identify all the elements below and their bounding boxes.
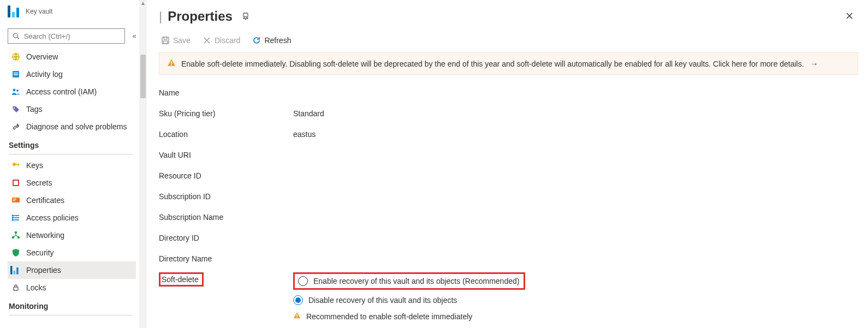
- search-input-wrapper[interactable]: [8, 28, 125, 44]
- sidebar-item-label: Tags: [26, 105, 43, 114]
- prop-label: Sku (Pricing tier): [159, 109, 293, 118]
- sidebar-item-access-policies[interactable]: Access policies: [8, 209, 136, 226]
- svg-rect-35: [171, 61, 172, 64]
- list-icon: [11, 213, 21, 223]
- scroll-thumb[interactable]: [140, 55, 146, 98]
- banner-arrow-icon: →: [811, 59, 818, 68]
- discard-icon: [203, 36, 211, 45]
- sidebar-item-label: Properties: [26, 266, 61, 275]
- sidebar-item-networking[interactable]: Networking: [8, 226, 136, 244]
- soft-delete-enable-highlight: Enable recovery of this vault and its ob…: [293, 272, 525, 290]
- collapse-sidebar-button[interactable]: «: [129, 32, 139, 40]
- sidebar-item-label: Security: [26, 248, 54, 257]
- svg-rect-11: [18, 164, 19, 166]
- svg-rect-27: [243, 13, 248, 17]
- svg-rect-36: [171, 64, 172, 65]
- svg-point-8: [14, 108, 15, 109]
- prop-resource-id: Resource ID: [159, 165, 858, 186]
- sidebar-item-locks[interactable]: Locks: [8, 279, 136, 296]
- sidebar-item-diagnose[interactable]: Diagnose and solve problems: [8, 118, 136, 135]
- sidebar-item-label: Access control (IAM): [26, 87, 97, 96]
- section-settings-label: Settings: [8, 135, 136, 152]
- svg-point-23: [15, 231, 16, 233]
- prop-label: Directory Name: [159, 254, 293, 263]
- svg-rect-14: [12, 198, 20, 202]
- scroll-up-icon[interactable]: ▲: [139, 0, 147, 8]
- sidebar-header: Key vault: [8, 5, 139, 17]
- refresh-label: Refresh: [264, 36, 291, 45]
- log-icon: [11, 69, 21, 79]
- warning-icon: [293, 312, 301, 321]
- prop-label: Soft-delete: [162, 275, 199, 284]
- prop-subscription-name: Subscription Name: [159, 207, 858, 228]
- svg-point-21: [13, 217, 14, 218]
- svg-point-6: [13, 89, 16, 92]
- prop-soft-delete: Soft-delete Enable recovery of this vaul…: [159, 269, 858, 321]
- radio-enable-label: Enable recovery of this vault and its ob…: [313, 277, 519, 285]
- refresh-button[interactable]: Refresh: [250, 35, 293, 46]
- sidebar-scrollbar[interactable]: ▲: [139, 0, 147, 328]
- prop-label: Location: [159, 130, 293, 139]
- prop-value: Standard: [293, 109, 324, 118]
- svg-line-1: [17, 37, 19, 39]
- sidebar-item-label: Overview: [26, 52, 58, 61]
- prop-label: Resource ID: [159, 171, 293, 180]
- sidebar-item-overview[interactable]: Overview: [8, 48, 136, 65]
- wrench-icon: [11, 122, 21, 132]
- radio-enable-soft-delete[interactable]: [298, 276, 308, 286]
- prop-subscription-id: Subscription ID: [159, 186, 858, 207]
- sidebar-item-secrets[interactable]: Secrets: [8, 174, 136, 192]
- svg-point-22: [13, 219, 14, 220]
- section-monitoring-label: Monitoring: [8, 296, 136, 313]
- svg-rect-38: [296, 317, 297, 318]
- prop-directory-name: Directory Name: [159, 248, 858, 269]
- save-label: Save: [173, 36, 191, 45]
- sidebar-item-label: Secrets: [26, 178, 52, 187]
- globe-icon: [11, 52, 21, 62]
- refresh-icon: [252, 36, 261, 45]
- sidebar-item-certificates[interactable]: Certificates: [8, 192, 136, 209]
- radio-disable-soft-delete[interactable]: [293, 295, 303, 305]
- nav-list: Overview Activity log Access control (IA…: [8, 48, 139, 318]
- lock-icon: [11, 283, 21, 293]
- properties-icon: [11, 265, 21, 275]
- sidebar-item-activity-log[interactable]: Activity log: [8, 65, 136, 83]
- divider: [9, 315, 133, 315]
- sidebar-item-security[interactable]: Security: [8, 244, 136, 261]
- shield-icon: [11, 248, 21, 258]
- sidebar: Key vault « Overview Activity log: [0, 0, 139, 328]
- prop-label: Vault URI: [159, 151, 293, 159]
- soft-delete-options: Enable recovery of this vault and its ob…: [293, 272, 525, 321]
- close-button[interactable]: [841, 8, 858, 25]
- discard-label: Discard: [215, 36, 240, 45]
- prop-name: Name: [159, 82, 858, 103]
- soft-delete-banner[interactable]: Enable soft-delete immediately. Disablin…: [159, 52, 858, 75]
- sidebar-item-keys[interactable]: Keys: [8, 157, 136, 174]
- pin-icon[interactable]: [241, 12, 250, 22]
- prop-label: Subscription Name: [159, 213, 293, 222]
- header-row: | Properties: [159, 3, 858, 29]
- sidebar-item-label: Networking: [26, 231, 64, 240]
- sidebar-item-label: Access policies: [26, 213, 79, 222]
- prop-label: Name: [159, 88, 293, 97]
- prop-vault-uri: Vault URI: [159, 145, 858, 165]
- toolbar: Save Discard Refresh: [159, 29, 858, 51]
- search-input[interactable]: [23, 32, 120, 41]
- sidebar-item-label: Activity log: [26, 70, 63, 79]
- save-button[interactable]: Save: [159, 35, 193, 46]
- sidebar-item-tags[interactable]: Tags: [8, 100, 136, 118]
- discard-button[interactable]: Discard: [200, 35, 242, 46]
- sidebar-item-access-control[interactable]: Access control (IAM): [8, 83, 136, 100]
- sidebar-item-properties[interactable]: Properties: [8, 261, 136, 279]
- recommendation-text: Recommended to enable soft-delete immedi…: [306, 312, 472, 321]
- radio-disable-row: Disable recovery of this vault and its o…: [293, 293, 525, 307]
- prop-value: eastus: [293, 130, 316, 139]
- sidebar-item-label: Keys: [26, 161, 43, 170]
- certificate-icon: [11, 195, 21, 205]
- soft-delete-recommendation: Recommended to enable soft-delete immedi…: [293, 312, 525, 321]
- keyvault-logo-icon: [8, 5, 19, 17]
- svg-rect-15: [13, 199, 16, 199]
- title-separator: |: [159, 9, 162, 24]
- resource-type-label: Key vault: [26, 8, 52, 15]
- main-panel: | Properties Save Discard Refresh: [147, 0, 868, 328]
